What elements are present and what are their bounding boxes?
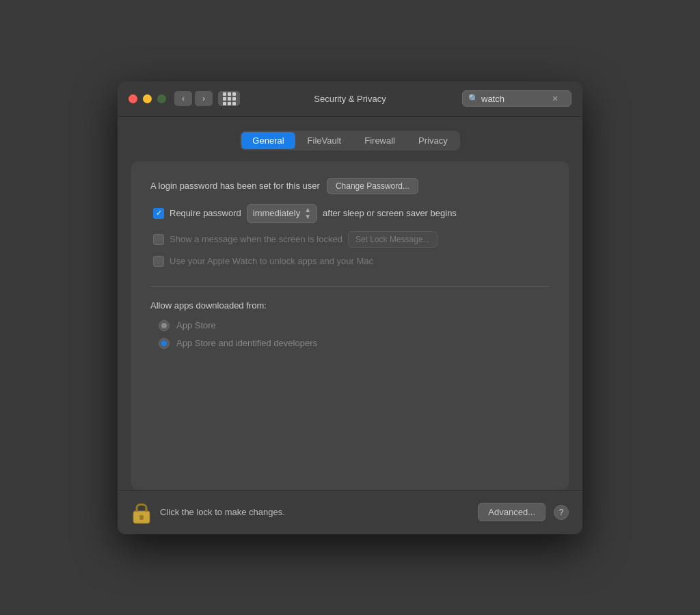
require-password-label: Require password bbox=[170, 208, 241, 218]
radio-app-store-indicator bbox=[161, 323, 167, 328]
after-sleep-label: after sleep or screen saver begins bbox=[323, 208, 457, 218]
back-button[interactable]: ‹ bbox=[174, 91, 192, 106]
maximize-button[interactable] bbox=[157, 94, 166, 103]
advanced-button[interactable]: Advanced... bbox=[478, 503, 546, 521]
radio-app-store-identified[interactable] bbox=[159, 338, 170, 349]
forward-button[interactable]: › bbox=[195, 91, 213, 106]
traffic-lights bbox=[129, 94, 166, 103]
search-clear-button[interactable]: × bbox=[552, 93, 558, 104]
close-button[interactable] bbox=[129, 94, 137, 103]
titlebar: ‹ › Security & Privacy 🔍 × bbox=[118, 81, 582, 117]
radio-app-store-identified-indicator bbox=[161, 341, 167, 346]
login-password-row: A login password has been set for this u… bbox=[150, 178, 550, 194]
svg-point-2 bbox=[140, 514, 144, 518]
require-password-checkbox[interactable]: ✓ bbox=[153, 208, 164, 219]
tabs-container: General FileVault Firewall Privacy bbox=[240, 131, 459, 151]
lock-text: Click the lock to make changes. bbox=[160, 507, 470, 517]
section-divider bbox=[150, 286, 550, 287]
footer: Click the lock to make changes. Advanced… bbox=[118, 490, 582, 534]
tab-firewall[interactable]: Firewall bbox=[353, 132, 406, 149]
stepper-arrows-icon: ▲▼ bbox=[304, 207, 311, 220]
radio-app-store-identified-row: App Store and identified developers bbox=[159, 338, 550, 349]
radio-app-store-label: App Store bbox=[176, 320, 216, 330]
require-password-row: ✓ Require password immediately ▲▼ after … bbox=[153, 204, 550, 223]
dropdown-value: immediately bbox=[253, 208, 300, 218]
change-password-button[interactable]: Change Password... bbox=[327, 178, 418, 194]
window-title: Security & Privacy bbox=[314, 94, 386, 104]
content-area: General FileVault Firewall Privacy A log… bbox=[118, 117, 582, 490]
checkmark-icon: ✓ bbox=[156, 209, 162, 217]
tab-general[interactable]: General bbox=[241, 132, 295, 149]
tab-filevault[interactable]: FileVault bbox=[297, 132, 353, 149]
login-password-label: A login password has been set for this u… bbox=[150, 181, 320, 191]
grid-icon bbox=[223, 92, 236, 105]
apple-watch-row: Use your Apple Watch to unlock apps and … bbox=[153, 256, 550, 267]
radio-app-store-row: App Store bbox=[159, 320, 550, 331]
lock-message-label: Show a message when the screen is locked bbox=[170, 234, 342, 244]
lock-message-row: Show a message when the screen is locked… bbox=[153, 231, 550, 248]
lock-icon[interactable] bbox=[131, 500, 152, 525]
lock-message-checkbox[interactable] bbox=[153, 234, 164, 245]
search-icon: 🔍 bbox=[468, 94, 479, 103]
password-timing-dropdown[interactable]: immediately ▲▼ bbox=[247, 204, 317, 223]
set-lock-message-button: Set Lock Message... bbox=[348, 231, 438, 248]
radio-app-store[interactable] bbox=[159, 320, 170, 331]
apple-watch-checkbox[interactable] bbox=[153, 256, 164, 267]
search-bar[interactable]: 🔍 × bbox=[462, 90, 571, 107]
lock-svg-icon bbox=[131, 500, 152, 525]
app-grid-button[interactable] bbox=[218, 91, 240, 106]
nav-buttons: ‹ › bbox=[174, 91, 213, 106]
help-button[interactable]: ? bbox=[554, 505, 569, 520]
minimize-button[interactable] bbox=[143, 94, 152, 103]
allow-apps-title: Allow apps downloaded from: bbox=[150, 300, 550, 311]
main-window: ‹ › Security & Privacy 🔍 × General FileV… bbox=[118, 81, 582, 534]
settings-panel: A login password has been set for this u… bbox=[131, 161, 569, 490]
apple-watch-label: Use your Apple Watch to unlock apps and … bbox=[170, 256, 373, 266]
tabs-bar: General FileVault Firewall Privacy bbox=[131, 131, 569, 151]
search-input[interactable] bbox=[481, 94, 550, 104]
radio-app-store-identified-label: App Store and identified developers bbox=[176, 338, 317, 348]
tab-privacy[interactable]: Privacy bbox=[407, 132, 459, 149]
allow-apps-section: Allow apps downloaded from: App Store Ap… bbox=[150, 300, 550, 349]
